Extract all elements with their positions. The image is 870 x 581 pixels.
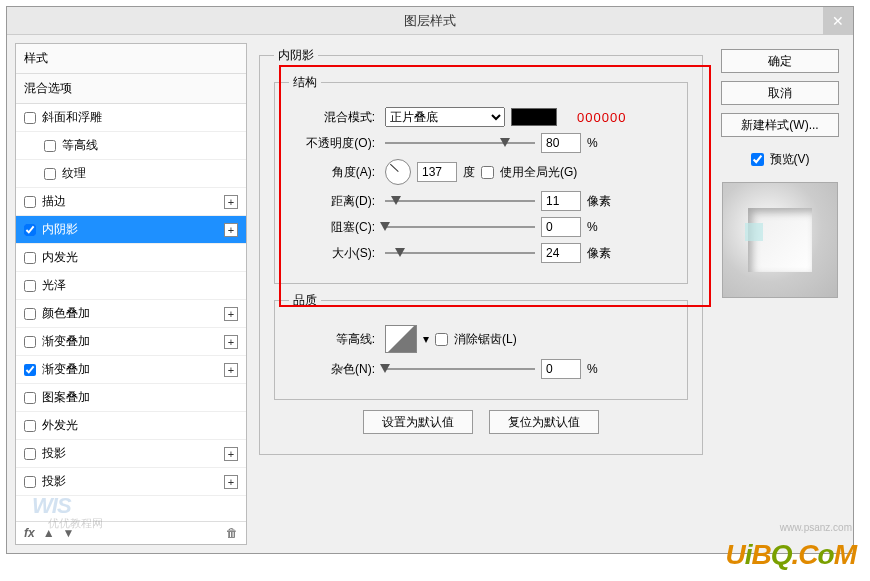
opacity-label: 不透明度(O):	[289, 135, 375, 152]
blend-mode-label: 混合模式:	[289, 109, 375, 126]
effect-row[interactable]: 光泽	[16, 272, 246, 300]
add-effect-icon[interactable]: +	[224, 363, 238, 377]
dialog-body: 样式 混合选项 斜面和浮雕等高线纹理描边+内阴影+内发光光泽颜色叠加+渐变叠加+…	[7, 35, 853, 553]
contour-dropdown-icon[interactable]: ▾	[423, 332, 429, 346]
effect-checkbox[interactable]	[24, 364, 36, 376]
effect-row[interactable]: 等高线	[16, 132, 246, 160]
antialias-label: 消除锯齿(L)	[454, 331, 517, 348]
make-default-button[interactable]: 设置为默认值	[363, 410, 473, 434]
size-row: 大小(S): 像素	[289, 243, 673, 263]
preview-toggle-row: 预览(V)	[751, 151, 810, 168]
add-effect-icon[interactable]: +	[224, 475, 238, 489]
effect-checkbox[interactable]	[24, 280, 36, 292]
shadow-color-swatch[interactable]	[511, 108, 557, 126]
effect-checkbox[interactable]	[44, 168, 56, 180]
quality-title: 品质	[289, 292, 321, 309]
blend-mode-row: 混合模式: 正片叠底 000000	[289, 107, 673, 127]
effect-row[interactable]: 颜色叠加+	[16, 300, 246, 328]
new-style-button[interactable]: 新建样式(W)...	[721, 113, 839, 137]
right-panel: 确定 取消 新建样式(W)... 预览(V)	[715, 43, 845, 545]
add-effect-icon[interactable]: +	[224, 223, 238, 237]
size-input[interactable]	[541, 243, 581, 263]
effect-checkbox[interactable]	[24, 252, 36, 264]
effect-checkbox[interactable]	[24, 392, 36, 404]
cancel-button[interactable]: 取消	[721, 81, 839, 105]
choke-label: 阻塞(C):	[289, 219, 375, 236]
effect-checkbox[interactable]	[24, 336, 36, 348]
reset-default-button[interactable]: 复位为默认值	[489, 410, 599, 434]
add-effect-icon[interactable]: +	[224, 335, 238, 349]
opacity-input[interactable]	[541, 133, 581, 153]
effect-checkbox[interactable]	[24, 476, 36, 488]
effect-label: 描边	[42, 193, 66, 210]
noise-row: 杂色(N): %	[289, 359, 673, 379]
opacity-row: 不透明度(O): %	[289, 133, 673, 153]
effect-checkbox[interactable]	[44, 140, 56, 152]
noise-input[interactable]	[541, 359, 581, 379]
preview-label: 预览(V)	[770, 151, 810, 168]
effect-row[interactable]: 投影+	[16, 468, 246, 496]
effect-row[interactable]: 渐变叠加+	[16, 328, 246, 356]
effect-row[interactable]: 外发光	[16, 412, 246, 440]
global-light-checkbox[interactable]	[481, 166, 494, 179]
contour-picker[interactable]	[385, 325, 417, 353]
add-effect-icon[interactable]: +	[224, 307, 238, 321]
styles-header[interactable]: 样式	[16, 44, 246, 74]
angle-input[interactable]	[417, 162, 457, 182]
effects-list: 样式 混合选项 斜面和浮雕等高线纹理描边+内阴影+内发光光泽颜色叠加+渐变叠加+…	[15, 43, 247, 545]
opacity-slider[interactable]	[385, 136, 535, 150]
angle-unit: 度	[463, 164, 475, 181]
effect-row[interactable]: 图案叠加	[16, 384, 246, 412]
effect-row[interactable]: 描边+	[16, 188, 246, 216]
blending-options[interactable]: 混合选项	[16, 74, 246, 104]
distance-row: 距离(D): 像素	[289, 191, 673, 211]
preview-checkbox[interactable]	[751, 153, 764, 166]
default-buttons-row: 设置为默认值 复位为默认值	[274, 410, 688, 434]
effect-checkbox[interactable]	[24, 196, 36, 208]
trash-icon[interactable]: 🗑	[226, 526, 238, 540]
add-effect-icon[interactable]: +	[224, 447, 238, 461]
effect-checkbox[interactable]	[24, 308, 36, 320]
global-light-label: 使用全局光(G)	[500, 164, 577, 181]
ok-button[interactable]: 确定	[721, 49, 839, 73]
effect-row[interactable]: 渐变叠加+	[16, 356, 246, 384]
effect-row[interactable]: 斜面和浮雕	[16, 104, 246, 132]
size-slider[interactable]	[385, 246, 535, 260]
distance-unit: 像素	[587, 193, 611, 210]
angle-dial[interactable]	[385, 159, 411, 185]
effect-label: 内发光	[42, 249, 78, 266]
effect-row[interactable]: 纹理	[16, 160, 246, 188]
antialias-checkbox[interactable]	[435, 333, 448, 346]
distance-slider[interactable]	[385, 194, 535, 208]
effect-label: 投影	[42, 473, 66, 490]
choke-unit: %	[587, 220, 598, 234]
effect-label: 斜面和浮雕	[42, 109, 102, 126]
blend-mode-select[interactable]: 正片叠底	[385, 107, 505, 127]
size-unit: 像素	[587, 245, 611, 262]
effect-row[interactable]: 内发光	[16, 244, 246, 272]
effect-checkbox[interactable]	[24, 448, 36, 460]
effect-checkbox[interactable]	[24, 420, 36, 432]
move-down-icon[interactable]: ▼	[63, 526, 75, 540]
choke-input[interactable]	[541, 217, 581, 237]
close-button[interactable]: ✕	[823, 7, 853, 35]
noise-slider[interactable]	[385, 362, 535, 376]
fx-menu-button[interactable]: fx	[24, 526, 35, 540]
move-up-icon[interactable]: ▲	[43, 526, 55, 540]
distance-label: 距离(D):	[289, 193, 375, 210]
titlebar: 图层样式 ✕	[7, 7, 853, 35]
distance-input[interactable]	[541, 191, 581, 211]
effect-label: 颜色叠加	[42, 305, 90, 322]
opacity-unit: %	[587, 136, 598, 150]
hex-annotation: 000000	[577, 110, 626, 125]
effect-label: 等高线	[62, 137, 98, 154]
effect-row[interactable]: 内阴影+	[16, 216, 246, 244]
effect-label: 渐变叠加	[42, 333, 90, 350]
add-effect-icon[interactable]: +	[224, 195, 238, 209]
effect-checkbox[interactable]	[24, 224, 36, 236]
choke-slider[interactable]	[385, 220, 535, 234]
effect-checkbox[interactable]	[24, 112, 36, 124]
effect-row[interactable]: 投影+	[16, 440, 246, 468]
dialog-title: 图层样式	[404, 12, 456, 30]
structure-title: 结构	[289, 74, 321, 91]
